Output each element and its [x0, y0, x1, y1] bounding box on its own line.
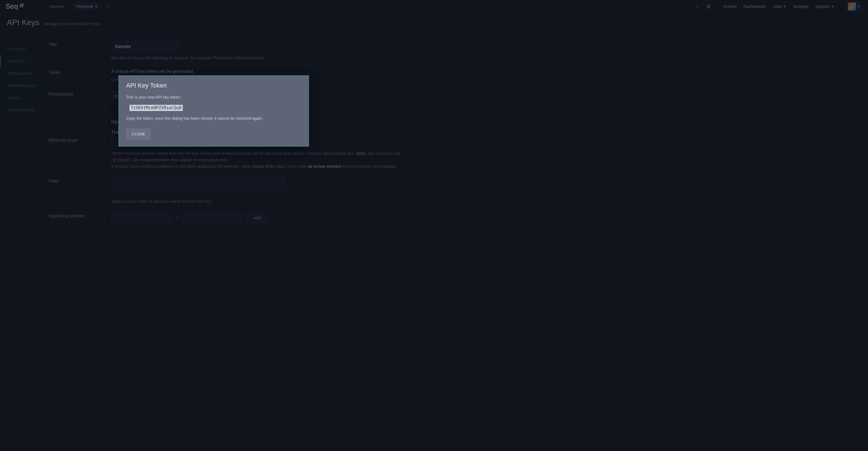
- api-key-token-dialog: API Key Token This is your new API key t…: [119, 76, 309, 147]
- dialog-title: API Key Token: [126, 82, 301, 89]
- dialog-intro: This is your new API key token:: [126, 94, 301, 100]
- dialog-warning: Copy the token; once this dialog has bee…: [126, 115, 301, 121]
- api-key-token-value[interactable]: 7zSKhtMim9PZVRsoCQuD: [129, 105, 183, 111]
- modal-backdrop[interactable]: [0, 0, 868, 451]
- close-button[interactable]: CLOSE: [126, 128, 151, 140]
